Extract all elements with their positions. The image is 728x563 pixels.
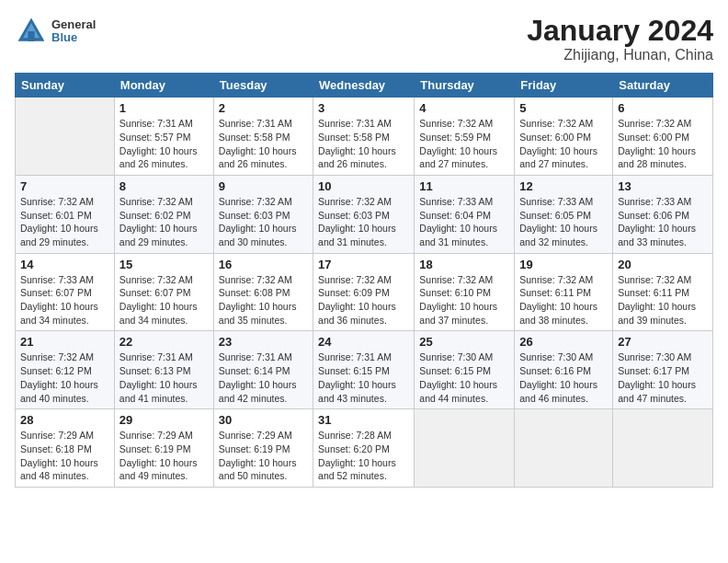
day-info: Sunrise: 7:32 AMSunset: 6:03 PMDaylight:… [318,195,409,249]
day-number: 6 [618,101,708,115]
day-number: 18 [419,258,509,271]
day-info: Sunrise: 7:31 AMSunset: 5:58 PMDaylight:… [318,117,409,171]
day-number: 2 [219,101,308,115]
calendar-cell: 12Sunrise: 7:33 AMSunset: 6:05 PMDayligh… [515,175,613,253]
logo: General Blue [15,15,96,48]
week-row-2: 7Sunrise: 7:32 AMSunset: 6:01 PMDaylight… [16,175,713,253]
day-info: Sunrise: 7:29 AMSunset: 6:18 PMDaylight:… [20,429,109,483]
calendar-cell [515,409,613,488]
day-number: 31 [318,413,409,427]
day-info: Sunrise: 7:32 AMSunset: 6:08 PMDaylight:… [219,273,308,327]
calendar-cell: 22Sunrise: 7:31 AMSunset: 6:13 PMDayligh… [114,331,213,409]
day-number: 9 [219,179,308,193]
svg-rect-2 [28,31,34,41]
day-number: 22 [119,335,209,349]
header: General Blue January 2024 Zhijiang, Huna… [15,15,713,63]
day-number: 21 [20,335,109,349]
week-row-5: 28Sunrise: 7:29 AMSunset: 6:18 PMDayligh… [16,409,713,488]
calendar-cell: 21Sunrise: 7:32 AMSunset: 6:12 PMDayligh… [16,331,115,409]
calendar-cell: 29Sunrise: 7:29 AMSunset: 6:19 PMDayligh… [114,409,213,488]
day-info: Sunrise: 7:33 AMSunset: 6:06 PMDaylight:… [618,195,708,249]
calendar-cell: 14Sunrise: 7:33 AMSunset: 6:07 PMDayligh… [16,253,115,331]
day-number: 28 [20,413,109,427]
day-number: 8 [119,179,209,193]
day-info: Sunrise: 7:31 AMSunset: 6:14 PMDaylight:… [219,350,308,405]
calendar-cell: 7Sunrise: 7:32 AMSunset: 6:01 PMDaylight… [16,175,115,253]
day-number: 29 [119,413,209,427]
calendar-cell [16,98,115,176]
calendar-cell: 20Sunrise: 7:32 AMSunset: 6:11 PMDayligh… [613,253,713,331]
day-info: Sunrise: 7:33 AMSunset: 6:07 PMDaylight:… [20,273,109,327]
calendar-cell: 13Sunrise: 7:33 AMSunset: 6:06 PMDayligh… [613,175,713,253]
page: General Blue January 2024 Zhijiang, Huna… [0,0,728,563]
calendar-cell: 8Sunrise: 7:32 AMSunset: 6:02 PMDaylight… [114,175,213,253]
calendar-cell: 1Sunrise: 7:31 AMSunset: 5:57 PMDaylight… [114,98,213,176]
title-block: January 2024 Zhijiang, Hunan, China [527,15,713,63]
day-info: Sunrise: 7:32 AMSunset: 6:11 PMDaylight:… [519,273,608,327]
weekday-header-row: SundayMondayTuesdayWednesdayThursdayFrid… [16,74,713,98]
day-number: 3 [318,101,409,115]
calendar-cell: 19Sunrise: 7:32 AMSunset: 6:11 PMDayligh… [515,253,613,331]
day-info: Sunrise: 7:30 AMSunset: 6:16 PMDaylight:… [519,350,608,405]
day-number: 11 [419,179,509,193]
calendar-cell: 17Sunrise: 7:32 AMSunset: 6:09 PMDayligh… [313,253,415,331]
weekday-header-sunday: Sunday [16,74,115,98]
day-number: 14 [20,258,109,271]
day-info: Sunrise: 7:32 AMSunset: 6:11 PMDaylight:… [618,273,708,327]
calendar-cell: 11Sunrise: 7:33 AMSunset: 6:04 PMDayligh… [415,175,515,253]
day-number: 15 [119,258,209,271]
day-info: Sunrise: 7:33 AMSunset: 6:04 PMDaylight:… [419,195,509,249]
weekday-header-wednesday: Wednesday [313,74,415,98]
calendar-cell: 31Sunrise: 7:28 AMSunset: 6:20 PMDayligh… [313,409,415,488]
day-info: Sunrise: 7:32 AMSunset: 6:10 PMDaylight:… [419,273,509,327]
day-number: 5 [519,101,608,115]
day-number: 20 [618,258,708,271]
day-info: Sunrise: 7:32 AMSunset: 6:02 PMDaylight:… [119,195,209,249]
day-number: 16 [219,258,308,271]
calendar-cell: 4Sunrise: 7:32 AMSunset: 5:59 PMDaylight… [415,98,515,176]
calendar-table: SundayMondayTuesdayWednesdayThursdayFrid… [15,73,713,488]
day-info: Sunrise: 7:31 AMSunset: 5:57 PMDaylight:… [119,117,209,171]
calendar-cell: 16Sunrise: 7:32 AMSunset: 6:08 PMDayligh… [213,253,313,331]
calendar-cell: 2Sunrise: 7:31 AMSunset: 5:58 PMDaylight… [213,98,313,176]
day-info: Sunrise: 7:29 AMSunset: 6:19 PMDaylight:… [219,429,308,483]
day-number: 10 [318,179,409,193]
calendar-title: January 2024 [527,15,713,47]
day-info: Sunrise: 7:32 AMSunset: 6:07 PMDaylight:… [119,273,209,327]
day-info: Sunrise: 7:32 AMSunset: 6:00 PMDaylight:… [618,117,708,171]
weekday-header-saturday: Saturday [613,74,713,98]
calendar-cell: 5Sunrise: 7:32 AMSunset: 6:00 PMDaylight… [515,98,613,176]
weekday-header-friday: Friday [515,74,613,98]
day-info: Sunrise: 7:32 AMSunset: 5:59 PMDaylight:… [419,117,509,171]
day-info: Sunrise: 7:32 AMSunset: 6:09 PMDaylight:… [318,273,409,327]
day-info: Sunrise: 7:31 AMSunset: 6:13 PMDaylight:… [119,350,209,405]
day-info: Sunrise: 7:30 AMSunset: 6:15 PMDaylight:… [419,350,509,405]
day-number: 27 [618,335,708,349]
day-info: Sunrise: 7:32 AMSunset: 6:12 PMDaylight:… [20,350,109,405]
calendar-cell [415,409,515,488]
day-number: 30 [219,413,308,427]
calendar-cell: 30Sunrise: 7:29 AMSunset: 6:19 PMDayligh… [213,409,313,488]
day-number: 13 [618,179,708,193]
logo-blue-text: Blue [51,31,96,44]
calendar-cell: 23Sunrise: 7:31 AMSunset: 6:14 PMDayligh… [213,331,313,409]
calendar-cell: 9Sunrise: 7:32 AMSunset: 6:03 PMDaylight… [213,175,313,253]
day-number: 4 [419,101,509,115]
calendar-cell: 28Sunrise: 7:29 AMSunset: 6:18 PMDayligh… [16,409,115,488]
week-row-1: 1Sunrise: 7:31 AMSunset: 5:57 PMDaylight… [16,98,713,176]
day-info: Sunrise: 7:30 AMSunset: 6:17 PMDaylight:… [618,350,708,405]
day-number: 1 [119,101,209,115]
logo-text: General Blue [51,18,96,45]
calendar-cell: 24Sunrise: 7:31 AMSunset: 6:15 PMDayligh… [313,331,415,409]
day-info: Sunrise: 7:32 AMSunset: 6:01 PMDaylight:… [20,195,109,249]
day-number: 26 [519,335,608,349]
day-info: Sunrise: 7:33 AMSunset: 6:05 PMDaylight:… [519,195,608,249]
day-info: Sunrise: 7:29 AMSunset: 6:19 PMDaylight:… [119,429,209,483]
calendar-cell: 10Sunrise: 7:32 AMSunset: 6:03 PMDayligh… [313,175,415,253]
calendar-cell: 3Sunrise: 7:31 AMSunset: 5:58 PMDaylight… [313,98,415,176]
day-number: 19 [519,258,608,271]
day-number: 24 [318,335,409,349]
day-info: Sunrise: 7:31 AMSunset: 6:15 PMDaylight:… [318,350,409,405]
calendar-cell: 27Sunrise: 7:30 AMSunset: 6:17 PMDayligh… [613,331,713,409]
day-info: Sunrise: 7:32 AMSunset: 6:00 PMDaylight:… [519,117,608,171]
